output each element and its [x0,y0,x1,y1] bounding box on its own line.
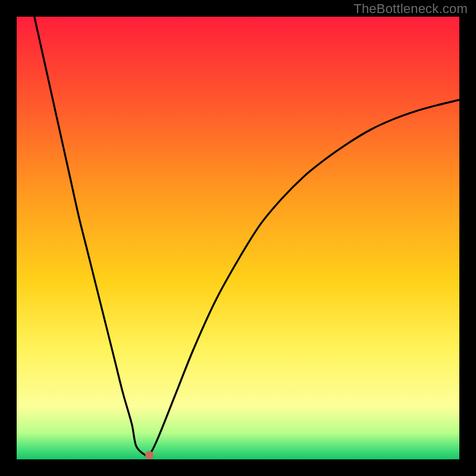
optimal-point-marker [145,451,154,459]
bottleneck-curve [35,17,459,456]
plot-area [17,17,459,459]
attribution-text: TheBottleneck.com [353,1,468,17]
curve-layer [17,17,459,459]
chart-frame: TheBottleneck.com [0,0,476,476]
